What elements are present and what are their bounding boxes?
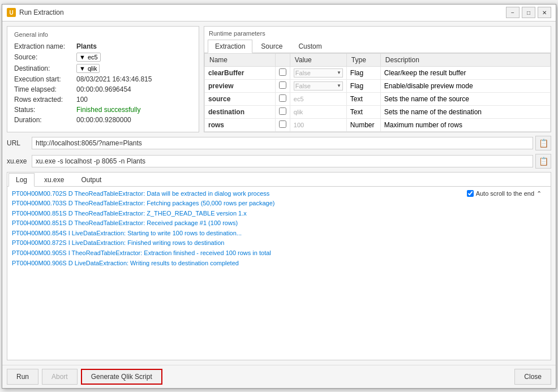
param-type-rows: Number [346,118,380,131]
general-info-panel: General info Extraction name: Plants Sou… [7,26,199,132]
param-desc-destination: Sets the name of the destination [380,105,550,118]
url-copy-button[interactable]: 📋 [535,136,551,150]
param-desc-rows: Maximum number of rows [380,118,550,131]
value-execution-start: 08/03/2021 16:43:46.815 [76,75,152,83]
param-value-clearBuffer[interactable]: False ▼ [290,66,346,79]
tab-extraction[interactable]: Extraction [208,40,252,53]
param-check-rows[interactable] [275,118,290,131]
url-section: URL 📋 [7,136,551,150]
param-name-destination: destination [205,105,276,118]
label-extraction-name: Extraction name: [14,42,76,50]
run-button[interactable]: Run [7,369,38,385]
param-check-source[interactable] [275,92,290,105]
generate-qlik-script-button[interactable]: Generate Qlik Script [81,369,162,385]
param-type-source: Text [346,92,380,105]
param-type-clearBuffer: Flag [346,66,380,79]
scroll-up-icon[interactable]: ⌃ [536,189,542,199]
auto-scroll-container: Auto scroll to the end ⌃ [467,189,542,199]
params-table-row: rows 100 Number Maximum number of rows [205,118,551,131]
label-execution-start: Execution start: [14,75,76,83]
params-table: Name Value Type Description clearBuffer [204,53,551,132]
info-row-duration: Duration: 00:00:00.9280000 [14,116,192,124]
url-input[interactable] [32,137,533,149]
param-checkbox-preview[interactable] [279,81,286,89]
log-line: PT00H00M00.703S D TheoReadTableExtractor… [12,199,546,209]
param-name-source: source [205,92,276,105]
xu-label: xu.exe [7,157,29,165]
param-name-preview: preview [205,79,276,92]
app-icon: U [7,8,16,17]
log-line: PT00H00M00.872S I LiveDataExtraction: Fi… [12,238,546,248]
param-desc-preview: Enable/disable preview mode [380,79,550,92]
window-controls: − □ ✕ [506,7,551,18]
minimize-button[interactable]: − [506,7,520,18]
log-content: Auto scroll to the end ⌃ PT00H00M00.702S… [7,187,551,360]
log-line: PT00H00M00.702S D TheoReadTableExtractor… [12,189,546,199]
params-table-row: source ec5 Text Sets the name of the sou… [205,92,551,105]
log-line: PT00H00M00.906S D LiveDataExtraction: Wr… [12,259,546,269]
maximize-button[interactable]: □ [522,7,535,18]
abort-button[interactable]: Abort [42,369,78,385]
param-value-destination: qlik [290,105,346,118]
general-info-title: General info [14,31,192,38]
auto-scroll-label: Auto scroll to the end [476,189,534,199]
log-line: PT00H00M00.851S D TheoReadTableExtractor… [12,209,546,219]
xu-input[interactable] [32,155,533,167]
label-status: Status: [14,106,76,114]
param-type-preview: Flag [346,79,380,92]
param-check-preview[interactable] [275,79,290,92]
log-tab-xuexe[interactable]: xu.exe [37,173,71,187]
value-time-elapsed: 00:00:00.9696454 [76,85,131,93]
label-source: Source: [14,53,76,61]
source-dropdown[interactable]: ▼ ec5 [76,53,101,62]
main-content: General info Extraction name: Plants Sou… [2,21,556,365]
param-type-destination: Text [346,105,380,118]
param-value-preview[interactable]: False ▼ [290,79,346,92]
xu-copy-button[interactable]: 📋 [535,154,551,169]
destination-dropdown-value: qlik [88,65,97,72]
runtime-tabs: Extraction Source Custom [204,39,551,53]
log-tab-log[interactable]: Log [8,173,35,187]
log-tab-output[interactable]: Output [74,173,109,187]
log-tabs: Log xu.exe Output [7,173,551,187]
info-row-time-elapsed: Time elapsed: 00:00:00.9696454 [14,85,192,93]
top-section: General info Extraction name: Plants Sou… [7,26,551,132]
titlebar: U Run Extraction − □ ✕ [2,5,556,21]
info-row-source: Source: ▼ ec5 [14,53,192,62]
info-row-execution-start: Execution start: 08/03/2021 16:43:46.815 [14,75,192,83]
param-checkbox-clearBuffer[interactable] [279,68,286,76]
bottom-bar: Run Abort Generate Qlik Script Close [2,365,556,388]
auto-scroll-checkbox[interactable] [467,190,474,197]
info-row-destination: Destination: ▼ qlik [14,64,192,73]
source-dropdown-value: ec5 [88,54,98,61]
value-status: Finished successfully [76,106,140,114]
params-table-row: clearBuffer False ▼ Flag Clear/keep the … [205,66,551,79]
label-destination: Destination: [14,64,76,72]
destination-dropdown[interactable]: ▼ qlik [76,64,100,73]
xu-section: xu.exe 📋 [7,154,551,169]
col-header-check [275,53,290,66]
log-line: PT00H00M00.854S I LiveDataExtraction: St… [12,229,546,239]
label-time-elapsed: Time elapsed: [14,85,76,93]
param-value-rows: 100 [290,118,346,131]
params-table-container: Name Value Type Description clearBuffer [204,53,551,132]
param-checkbox-rows[interactable] [279,120,286,128]
close-button[interactable]: Close [514,369,551,385]
param-checkbox-source[interactable] [279,94,286,102]
col-header-type: Type [346,53,380,66]
param-check-destination[interactable] [275,105,290,118]
log-line: PT00H00M00.905S I TheoReadTableExtractor… [12,248,546,259]
param-value-source: ec5 [290,92,346,105]
col-header-name: Name [205,53,276,66]
tab-source[interactable]: Source [254,40,290,53]
runtime-params-panel: Runtime parameters Extraction Source Cus… [204,26,551,132]
log-lines-container: PT00H00M00.702S D TheoReadTableExtractor… [12,189,546,269]
window-title: Run Extraction [19,8,506,16]
param-checkbox-destination[interactable] [279,107,286,115]
tab-custom[interactable]: Custom [291,40,329,53]
value-duration: 00:00:00.9280000 [76,116,131,124]
params-table-row: preview False ▼ Flag Enable/disable prev… [205,79,551,92]
info-row-status: Status: Finished successfully [14,106,192,114]
param-check-clearBuffer[interactable] [275,66,290,79]
close-window-button[interactable]: ✕ [538,7,551,18]
